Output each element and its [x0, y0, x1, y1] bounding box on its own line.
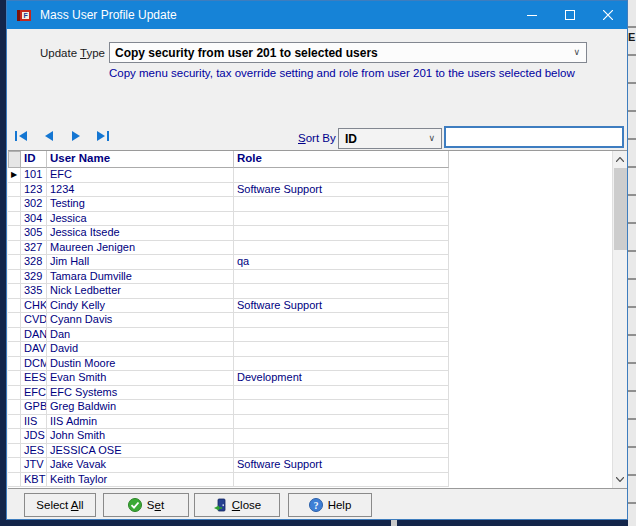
table-row[interactable]: CHKCindy KellySoftware Support [8, 299, 612, 314]
cell-username: Maureen Jenigen [47, 241, 234, 256]
vertical-scrollbar[interactable] [612, 151, 627, 488]
cell-id: KBT [21, 473, 47, 488]
set-label: Set [147, 499, 164, 511]
user-grid: ID User Name Role ▶101EFC1231234Software… [8, 150, 627, 489]
last-record-button[interactable] [96, 131, 109, 141]
titlebar: F Mass User Profile Update [7, 1, 627, 29]
cell-role [234, 241, 449, 256]
sort-by-dropdown[interactable]: ID ∨ [338, 128, 442, 149]
table-row[interactable]: EESEvan SmithDevelopment [8, 371, 612, 386]
cell-role [234, 415, 449, 430]
close-dialog-button[interactable]: Close [194, 493, 280, 517]
close-button[interactable] [589, 1, 627, 29]
table-row[interactable]: 305Jessica Itsede [8, 226, 612, 241]
cell-role [234, 342, 449, 357]
table-row[interactable]: JTVJake VavakSoftware Support [8, 458, 612, 473]
update-type-label-post: ype [86, 47, 105, 59]
cell-role [234, 429, 449, 444]
table-row[interactable]: 304Jessica [8, 212, 612, 227]
cell-role [234, 444, 449, 459]
cell-username: Testing [47, 197, 234, 212]
cell-role: Software Support [234, 183, 449, 198]
cell-id: 329 [21, 270, 47, 285]
first-record-button[interactable] [15, 131, 28, 141]
id-column-header[interactable]: ID [21, 151, 47, 168]
cell-username: IIS Admin [47, 415, 234, 430]
table-row[interactable]: 329Tamara Dumville [8, 270, 612, 285]
scroll-down-button[interactable] [613, 472, 627, 487]
select-all-button[interactable]: Select All [24, 493, 96, 517]
table-row[interactable]: DANDan [8, 328, 612, 343]
help-icon: ? [309, 498, 323, 512]
cell-id: EFC [21, 386, 47, 401]
table-row[interactable]: 1231234Software Support [8, 183, 612, 198]
next-record-icon [71, 131, 81, 141]
close-label: Close [232, 499, 261, 511]
table-row[interactable]: JDSJohn Smith [8, 429, 612, 444]
row-indicator [8, 212, 21, 227]
table-row[interactable]: 328Jim Hallqa [8, 255, 612, 270]
cell-role [234, 386, 449, 401]
table-row[interactable]: JESJESSICA OSE [8, 444, 612, 459]
record-navigator [15, 131, 109, 141]
table-row[interactable]: 327Maureen Jenigen [8, 241, 612, 256]
table-row[interactable]: 335Nick Ledbetter [8, 284, 612, 299]
update-type-label: Update Type [7, 47, 105, 59]
filter-input[interactable] [444, 126, 624, 148]
row-indicator [8, 241, 21, 256]
svg-text:F: F [24, 12, 29, 19]
select-all-label: Select All [36, 499, 83, 511]
close-post: lose [240, 499, 261, 511]
scrollbar-thumb[interactable] [614, 168, 627, 250]
set-button[interactable]: Set [103, 493, 189, 517]
update-type-description: Copy menu security, tax override setting… [109, 67, 575, 79]
cell-id: 328 [21, 255, 47, 270]
row-indicator [8, 255, 21, 270]
cell-id: CVD [21, 313, 47, 328]
cell-role [234, 357, 449, 372]
row-indicator [8, 313, 21, 328]
cell-id: CHK [21, 299, 47, 314]
table-row[interactable]: CVDCyann Davis [8, 313, 612, 328]
table-row[interactable]: KBTKeith Taylor [8, 473, 612, 488]
table-row[interactable]: DCMDustin Moore [8, 357, 612, 372]
next-record-button[interactable] [69, 131, 82, 141]
cell-role: Software Support [234, 458, 449, 473]
table-row[interactable]: DAVDavid [8, 342, 612, 357]
minimize-button[interactable] [513, 1, 551, 29]
role-column-header[interactable]: Role [234, 151, 449, 168]
table-row[interactable]: ▶101EFC [8, 168, 612, 183]
row-indicator: ▶ [8, 168, 21, 183]
update-type-dropdown[interactable]: Copy security from user 201 to selected … [109, 42, 587, 63]
sort-by-label-post: ort By [306, 132, 336, 144]
table-row[interactable]: GPBGreg Baldwin [8, 400, 612, 415]
scroll-up-button[interactable] [613, 152, 627, 167]
row-indicator [8, 386, 21, 401]
cell-username: Jessica Itsede [47, 226, 234, 241]
cell-username: Dan [47, 328, 234, 343]
row-indicator [8, 429, 21, 444]
cell-id: DAV [21, 342, 47, 357]
table-row[interactable]: IISIIS Admin [8, 415, 612, 430]
cell-username: Cyann Davis [47, 313, 234, 328]
maximize-button[interactable] [551, 1, 589, 29]
cell-role: Software Support [234, 299, 449, 314]
sort-by-value: ID [345, 132, 357, 146]
first-record-icon [15, 131, 28, 141]
table-row[interactable]: EFCEFC Systems [8, 386, 612, 401]
cell-username: Jim Hall [47, 255, 234, 270]
minimize-icon [527, 10, 537, 20]
cell-id: JDS [21, 429, 47, 444]
cell-username: Cindy Kelly [47, 299, 234, 314]
row-indicator [8, 299, 21, 314]
cell-role: Development [234, 371, 449, 386]
help-button[interactable]: ? Help [288, 493, 372, 517]
chevron-down-icon: ∨ [428, 134, 435, 143]
previous-record-button[interactable] [42, 131, 55, 141]
background-edge-letter: E [628, 31, 635, 43]
username-column-header[interactable]: User Name [47, 151, 234, 168]
table-row[interactable]: 302Testing [8, 197, 612, 212]
cell-role [234, 270, 449, 285]
cell-role: qa [234, 255, 449, 270]
grid-body: ▶101EFC1231234Software Support302Testing… [8, 168, 612, 487]
